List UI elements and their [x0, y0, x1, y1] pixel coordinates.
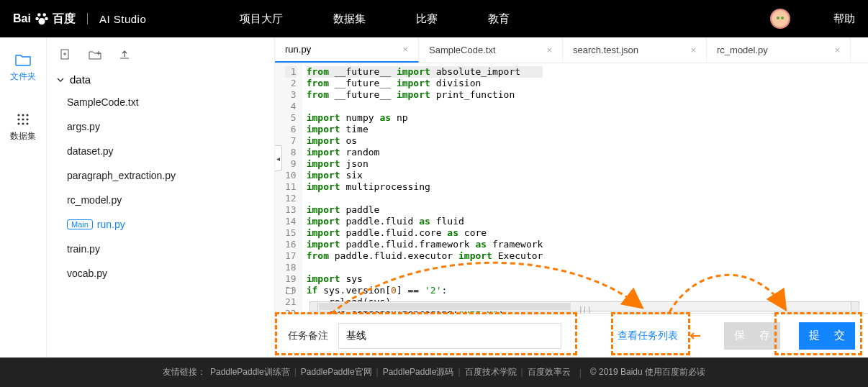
note-input[interactable] — [338, 323, 561, 349]
svg-point-8 — [17, 118, 19, 120]
editor-pane: ◂ run.py×SampleCode.txt×search.test.json… — [274, 37, 868, 358]
help-link[interactable]: 帮助 — [833, 12, 855, 26]
footer-link[interactable]: 百度技术学院 — [465, 367, 517, 377]
arrow-left-icon — [690, 332, 701, 340]
avatar[interactable] — [770, 9, 790, 29]
close-icon[interactable]: × — [690, 45, 696, 55]
close-icon[interactable]: × — [546, 45, 552, 55]
logo[interactable]: Bai百度 AI Studio — [13, 11, 146, 27]
footer: 友情链接： PaddlePaddle训练营|PaddlePaddle官网|Pad… — [0, 358, 868, 387]
footer-link[interactable]: PaddlePaddle源码 — [383, 367, 454, 377]
nav-datasets[interactable]: 数据集 — [333, 12, 366, 26]
tab-run-py[interactable]: run.py× — [275, 37, 419, 63]
new-file-icon[interactable] — [60, 49, 71, 60]
nav-contest[interactable]: 比赛 — [416, 12, 438, 26]
svg-point-6 — [22, 114, 24, 116]
rail-datasets[interactable]: 数据集 — [10, 111, 36, 142]
svg-point-2 — [35, 17, 39, 21]
line-gutter: 123456789101112131415161718192021222324 — [275, 63, 302, 313]
left-rail: 文件夹 数据集 — [0, 37, 47, 358]
file-paragraph_extraction-py[interactable]: paragraph_extraction.py — [54, 163, 267, 188]
top-nav: Bai百度 AI Studio 项目大厅 数据集 比赛 教育 帮助 — [0, 0, 868, 37]
file-args-py[interactable]: args.py — [54, 114, 267, 139]
svg-point-0 — [37, 13, 41, 17]
file-run-py[interactable]: Mainrun.py — [54, 212, 267, 237]
task-bar: 任务备注 查看任务列表 保 存 提 交 — [275, 313, 868, 358]
tab-SampleCode-txt[interactable]: SampleCode.txt× — [419, 37, 563, 63]
svg-point-4 — [38, 18, 45, 24]
svg-point-10 — [26, 118, 28, 120]
footer-prefix: 友情链接： — [163, 366, 206, 378]
svg-point-12 — [22, 122, 24, 124]
editor-tabs: run.py×SampleCode.txt×search.test.json×r… — [275, 37, 868, 63]
note-label: 任务备注 — [288, 329, 328, 342]
svg-point-13 — [26, 122, 28, 124]
nav-education[interactable]: 教育 — [488, 12, 510, 26]
file-rc_model-py[interactable]: rc_model.py — [54, 188, 267, 212]
file-train-py[interactable]: train.py — [54, 237, 267, 261]
svg-point-3 — [45, 17, 48, 21]
view-tasks-link[interactable]: 查看任务列表 — [618, 329, 678, 342]
folder-icon — [15, 53, 31, 66]
svg-point-11 — [17, 122, 19, 124]
submit-button[interactable]: 提 交 — [799, 322, 855, 350]
upload-icon[interactable] — [119, 49, 130, 60]
collapse-sidebar-icon[interactable]: ◂ — [275, 145, 282, 171]
paw-icon — [34, 11, 50, 27]
file-SampleCode-txt[interactable]: SampleCode.txt — [54, 90, 267, 114]
rail-files[interactable]: 文件夹 — [10, 53, 36, 83]
footer-copyright: © 2019 Baidu 使用百度前必读 — [590, 366, 705, 378]
footer-link[interactable]: PaddlePaddle训练营 — [210, 367, 290, 377]
save-button[interactable]: 保 存 — [724, 322, 780, 350]
close-icon[interactable]: × — [402, 44, 408, 55]
datasets-icon — [15, 111, 31, 126]
main-badge: Main — [67, 219, 93, 229]
tab-rc_model-py[interactable]: rc_model.py× — [707, 37, 851, 63]
svg-point-7 — [26, 114, 28, 116]
nav-projects[interactable]: 项目大厅 — [240, 12, 283, 26]
new-folder-icon[interactable] — [89, 49, 101, 60]
folder-data[interactable]: data — [54, 69, 267, 90]
chevron-down-icon — [57, 76, 64, 83]
file-vocab-py[interactable]: vocab.py — [54, 261, 267, 286]
code-body[interactable]: from __future__ import absolute_importfr… — [302, 63, 543, 313]
svg-point-1 — [42, 13, 46, 17]
footer-link[interactable]: PaddlePaddle官网 — [301, 367, 372, 377]
svg-point-5 — [17, 114, 19, 116]
file-panel: data SampleCode.txtargs.pydataset.pypara… — [47, 37, 274, 358]
tab-search-test-json[interactable]: search.test.json× — [563, 37, 707, 63]
horizontal-scrollbar[interactable]: ||| — [309, 301, 859, 311]
footer-link[interactable]: 百度效率云 — [528, 367, 571, 377]
file-dataset-py[interactable]: dataset.py — [54, 139, 267, 163]
svg-point-9 — [22, 118, 24, 120]
close-icon[interactable]: × — [834, 45, 840, 55]
